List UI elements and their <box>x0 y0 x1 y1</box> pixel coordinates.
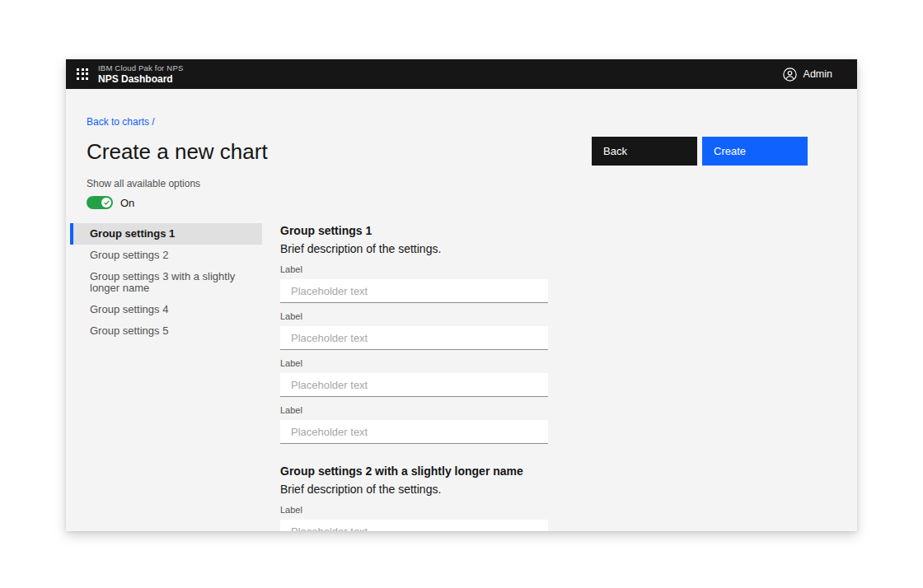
form-section-1: Group settings 1 Brief description of th… <box>280 223 548 444</box>
field-label: Label <box>280 505 548 516</box>
sidebar-item-group-settings-4[interactable]: Group settings 4 <box>70 299 262 320</box>
form-field: Label <box>280 311 548 350</box>
breadcrumb-back-to-charts[interactable]: Back to charts / <box>87 116 155 128</box>
section-description: Brief description of the settings. <box>280 241 548 256</box>
settings-form: Group settings 1 Brief description of th… <box>280 223 548 531</box>
app-switcher-icon[interactable] <box>77 68 89 81</box>
text-input[interactable] <box>280 420 548 444</box>
toggle-row: On <box>87 195 808 210</box>
page-head: Back to charts / Create a new chart Show… <box>87 114 808 210</box>
settings-body: Group settings 1 Group settings 2 Group … <box>70 223 857 531</box>
text-input[interactable] <box>280 326 548 350</box>
section-description: Brief description of the settings. <box>280 482 548 497</box>
page-actions: Back Create <box>592 137 808 166</box>
create-button[interactable]: Create <box>702 137 808 166</box>
sidebar-item-group-settings-5[interactable]: Group settings 5 <box>70 320 262 342</box>
text-input[interactable] <box>280 279 548 303</box>
form-field: Label <box>280 358 548 397</box>
section-heading: Group settings 2 with a slightly longer … <box>280 464 548 478</box>
form-field: Label <box>280 264 548 303</box>
page-content: Back to charts / Create a new chart Show… <box>66 89 857 531</box>
settings-nav: Group settings 1 Group settings 2 Group … <box>70 223 262 342</box>
sidebar-item-group-settings-3[interactable]: Group settings 3 with a slightly longer … <box>70 266 262 299</box>
app-header: IBM Cloud Pak for NPS NPS Dashboard Admi… <box>66 59 857 89</box>
sidebar-item-group-settings-2[interactable]: Group settings 2 <box>70 245 262 266</box>
show-options-toggle[interactable] <box>87 196 113 209</box>
sidebar-item-group-settings-1[interactable]: Group settings 1 <box>70 223 262 245</box>
toggle-label: Show all available options <box>87 178 808 189</box>
user-avatar-icon <box>783 68 797 82</box>
platform-name: IBM Cloud Pak for NPS <box>98 64 183 72</box>
text-input[interactable] <box>280 520 548 531</box>
user-name: Admin <box>804 68 832 80</box>
user-menu[interactable]: Admin <box>783 68 832 82</box>
field-label: Label <box>280 358 548 369</box>
check-icon <box>104 200 110 205</box>
text-input[interactable] <box>280 373 548 397</box>
product-name: NPS Dashboard <box>98 74 183 84</box>
form-field: Label <box>280 405 548 444</box>
toggle-state-text: On <box>120 197 134 209</box>
app-header-titles: IBM Cloud Pak for NPS NPS Dashboard <box>98 64 183 85</box>
app-window: IBM Cloud Pak for NPS NPS Dashboard Admi… <box>66 59 857 531</box>
toggle-knob <box>101 198 111 208</box>
field-label: Label <box>280 311 548 322</box>
form-field: Label <box>280 505 548 531</box>
form-section-2: Group settings 2 with a slightly longer … <box>280 464 548 531</box>
back-button[interactable]: Back <box>592 137 697 166</box>
field-label: Label <box>280 405 548 416</box>
section-heading: Group settings 1 <box>280 223 548 238</box>
field-label: Label <box>280 264 548 275</box>
